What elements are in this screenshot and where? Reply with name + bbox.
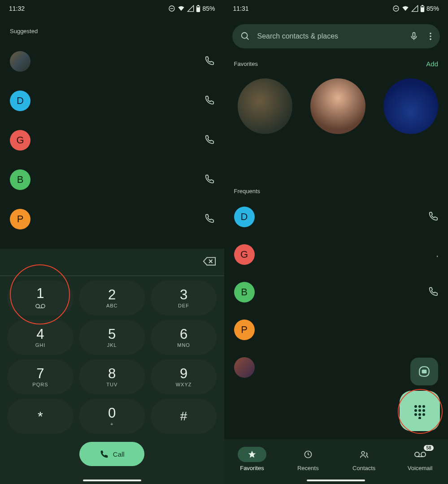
search-bar[interactable]: Search contacts & places — [232, 24, 440, 48]
nav-favorites[interactable]: Favorites — [238, 447, 266, 471]
svg-point-19 — [430, 35, 431, 37]
battery-icon — [196, 5, 200, 13]
status-icons: 85% — [168, 5, 215, 13]
call-icon[interactable] — [204, 134, 214, 146]
svg-line-16 — [246, 38, 248, 40]
key-6[interactable]: 6MNO — [151, 320, 217, 355]
video-icon — [418, 366, 430, 377]
voicemail-badge: 58 — [424, 445, 433, 451]
key-0[interactable]: 0+ — [79, 399, 145, 434]
call-button[interactable]: Call — [79, 442, 144, 466]
svg-point-26 — [418, 409, 421, 412]
suggested-contact[interactable]: P — [0, 199, 224, 239]
svg-rect-4 — [197, 6, 200, 7]
favorite-contact[interactable] — [383, 78, 439, 134]
backspace-button[interactable] — [203, 256, 216, 268]
dnd-icon — [168, 5, 175, 12]
voicemail-icon — [414, 451, 426, 458]
status-bar: 11:31 85% — [224, 0, 448, 17]
video-call-fab[interactable] — [410, 358, 438, 385]
svg-point-20 — [430, 39, 431, 40]
people-icon — [359, 450, 369, 459]
svg-rect-3 — [198, 5, 199, 6]
dialpad-icon — [412, 403, 428, 419]
call-icon[interactable] — [428, 286, 438, 298]
favorite-contact[interactable] — [238, 78, 293, 134]
favorites-header: Favorites Add — [224, 52, 448, 74]
frequent-contact[interactable]: G — [224, 236, 448, 273]
svg-point-27 — [422, 409, 425, 412]
contact-avatar-photo — [10, 51, 30, 72]
key-2[interactable]: 2ABC — [79, 281, 145, 315]
signal-icon — [187, 5, 194, 12]
key-8[interactable]: 8TUV — [79, 359, 145, 394]
dnd-icon — [392, 5, 400, 12]
frequent-contact[interactable]: B — [224, 273, 448, 311]
clock-icon — [304, 450, 313, 459]
call-icon[interactable] — [204, 95, 214, 107]
more-icon[interactable] — [426, 31, 435, 41]
svg-point-7 — [36, 304, 39, 308]
suggested-contact[interactable] — [0, 42, 224, 81]
contact-avatar: D — [10, 91, 30, 111]
nav-recents[interactable]: Recents — [294, 447, 322, 471]
favorites-label: Favorites — [234, 60, 258, 67]
key-4[interactable]: 4GHI — [7, 320, 74, 355]
add-favorite-button[interactable]: Add — [426, 60, 438, 68]
suggested-contact[interactable]: B — [0, 160, 224, 199]
svg-point-35 — [421, 452, 426, 457]
suggested-contact[interactable]: G — [0, 121, 224, 160]
star-icon — [248, 450, 257, 459]
mic-icon[interactable] — [409, 31, 418, 42]
dialpad-fab[interactable] — [400, 391, 440, 431]
svg-point-24 — [422, 405, 425, 408]
call-icon[interactable] — [428, 211, 438, 223]
favorite-contact[interactable] — [310, 78, 365, 134]
search-placeholder: Search contacts & places — [257, 32, 403, 40]
frequent-contact[interactable]: P — [224, 311, 448, 349]
call-label: Call — [113, 450, 125, 458]
key-7[interactable]: 7PQRS — [7, 359, 74, 394]
svg-rect-14 — [421, 6, 424, 7]
svg-point-30 — [422, 413, 425, 416]
status-time: 11:32 — [9, 5, 25, 12]
key-5[interactable]: 5JKL — [79, 320, 145, 355]
svg-point-23 — [418, 405, 421, 408]
contact-avatar: G — [234, 244, 255, 265]
key-9[interactable]: 9WXYZ — [151, 359, 217, 394]
key-3[interactable]: 3DEF — [151, 281, 217, 315]
nav-contacts[interactable]: Contacts — [350, 447, 378, 471]
keypad: 1 2ABC 3DEF 4GHI 5JKL 6MNO 7PQRS 8TUV 9W… — [0, 281, 224, 434]
battery-percent: 85% — [202, 5, 215, 12]
key-hash[interactable]: # — [151, 399, 217, 434]
frequent-contact[interactable]: D — [224, 198, 448, 236]
key-1[interactable]: 1 — [7, 281, 74, 315]
contact-avatar-photo — [234, 357, 255, 378]
contact-avatar: D — [234, 207, 255, 227]
wifi-icon — [401, 5, 409, 12]
contact-avatar: B — [10, 169, 30, 190]
call-icon[interactable] — [204, 174, 214, 186]
suggested-label: Suggested — [0, 17, 224, 39]
svg-rect-13 — [422, 5, 423, 6]
status-time: 11:31 — [233, 5, 249, 12]
call-icon[interactable] — [204, 56, 214, 67]
contact-avatar: G — [10, 130, 30, 151]
call-icon[interactable] — [428, 249, 438, 260]
wifi-icon — [177, 5, 185, 12]
nav-voicemail[interactable]: 58 Voicemail — [406, 447, 435, 471]
divider — [0, 276, 224, 276]
svg-rect-21 — [422, 370, 426, 373]
contact-avatar: P — [234, 320, 255, 340]
svg-point-8 — [41, 304, 45, 308]
call-icon[interactable] — [204, 213, 214, 225]
phone-icon — [100, 449, 109, 458]
svg-point-28 — [414, 413, 417, 416]
status-bar: 11:32 85% — [0, 0, 224, 17]
svg-point-15 — [241, 33, 247, 39]
nav-handle[interactable] — [83, 480, 141, 481]
nav-handle[interactable] — [307, 480, 365, 481]
key-star[interactable]: * — [7, 399, 74, 434]
suggested-contact[interactable]: D — [0, 81, 224, 121]
suggested-list: D G B P — [0, 39, 224, 242]
